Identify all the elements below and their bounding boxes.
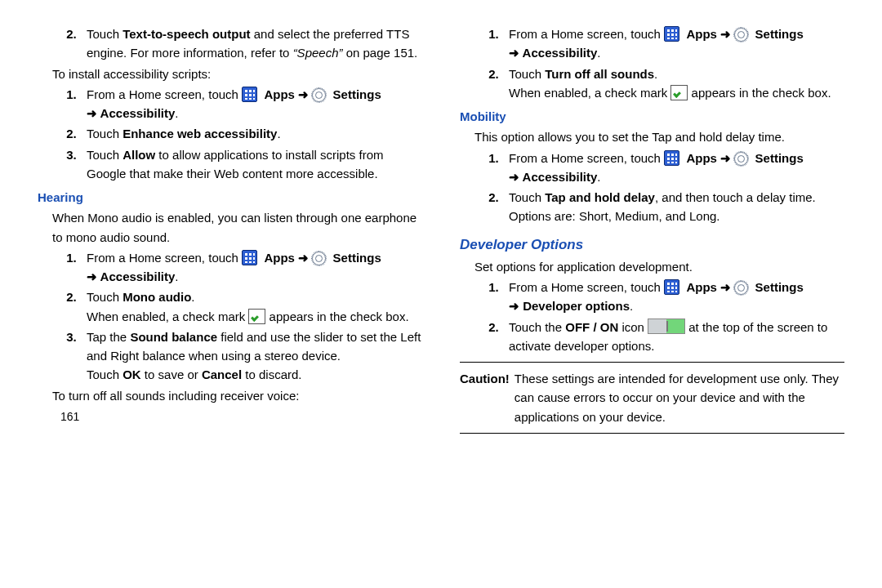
apps-icon xyxy=(664,279,679,295)
tts-step-2: Touch Text-to-speech output and select t… xyxy=(83,24,422,63)
apps-icon xyxy=(242,250,257,265)
developer-step-1: From a Home screen, touch Apps ➜ Setting… xyxy=(506,278,844,316)
apps-icon xyxy=(664,26,679,42)
turnoff-intro: To turn off all sounds including receive… xyxy=(52,386,422,405)
hearing-step-2: Touch Mono audio. When enabled, a check … xyxy=(83,287,422,326)
developer-step-2: Touch the OFF / ON icon at the top of th… xyxy=(506,318,844,356)
install-intro: To install accessibility scripts: xyxy=(52,65,422,83)
gear-icon xyxy=(734,28,748,42)
install-step-2: Touch Enhance web accessibility. xyxy=(83,124,422,143)
divider xyxy=(460,433,844,434)
gear-icon xyxy=(734,152,748,166)
gear-icon xyxy=(734,281,748,295)
page-number: 161 xyxy=(60,408,422,426)
right-column: From a Home screen, touch Apps ➜ Setting… xyxy=(460,23,844,440)
install-step-1: From a Home screen, touch Apps ➜ Setting… xyxy=(83,85,422,123)
gear-icon xyxy=(312,88,326,102)
developer-intro: Set options for application development. xyxy=(474,257,844,276)
toggle-icon xyxy=(648,318,685,334)
mobility-step-1: From a Home screen, touch Apps ➜ Setting… xyxy=(506,149,844,187)
mobility-heading: Mobility xyxy=(460,107,844,126)
caution-block: Caution! These settings are intended for… xyxy=(460,369,844,426)
hearing-step-1: From a Home screen, touch Apps ➜ Setting… xyxy=(83,248,422,287)
hearing-heading: Hearing xyxy=(38,188,422,207)
apps-icon xyxy=(664,150,679,166)
turnoff-step-2: Touch Turn off all sounds. When enabled,… xyxy=(506,65,844,103)
hearing-step-3: Tap the Sound balance field and use the … xyxy=(83,327,422,385)
check-icon xyxy=(248,309,265,324)
gear-icon xyxy=(312,252,326,265)
install-step-3: Touch Allow to allow applications to ins… xyxy=(83,145,422,184)
developer-heading: Developer Options xyxy=(460,234,844,256)
turnoff-step-1: From a Home screen, touch Apps ➜ Setting… xyxy=(506,24,844,63)
mobility-step-2: Touch Tap and hold delay, and then touch… xyxy=(506,188,844,226)
divider xyxy=(460,362,844,363)
left-column: Touch Text-to-speech output and select t… xyxy=(38,23,422,440)
mobility-intro: This option allows you to set the Tap an… xyxy=(474,127,844,146)
apps-icon xyxy=(242,87,257,102)
check-icon xyxy=(670,85,688,100)
hearing-intro: When Mono audio is enabled, you can list… xyxy=(52,208,422,247)
